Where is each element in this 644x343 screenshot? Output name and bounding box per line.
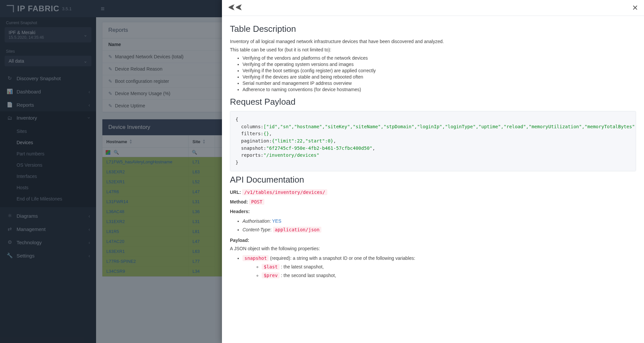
- nav-diagrams[interactable]: ⚛Diagrams: [0, 209, 96, 222]
- site-link[interactable]: L71: [192, 159, 200, 165]
- chevron-down-icon: ⌄: [83, 58, 87, 64]
- subnav-os[interactable]: OS Versions: [0, 159, 96, 171]
- cell-site: L63: [188, 167, 215, 177]
- hostname-link[interactable]: L34CSR9: [106, 269, 125, 274]
- edit-icon[interactable]: ✎: [108, 79, 112, 84]
- gauge-icon: 📊: [6, 88, 13, 94]
- chevron-down-icon: ⌄: [83, 32, 87, 37]
- hostname-link[interactable]: L52EXR1: [106, 179, 125, 185]
- snapshot-selector[interactable]: IPF & Meraki 15.5.2020, 14:35:46 ⌄: [5, 27, 91, 42]
- cell-site: L36: [188, 207, 215, 217]
- api-doc-panel: ⮜⮜ ✕ Table Description Inventory of all …: [222, 0, 644, 343]
- wrench-icon: 🔧: [6, 253, 13, 258]
- inventory-col-hostname[interactable]: Hostname▲▼: [102, 136, 188, 147]
- cell-hostname: L71FW5_hasAVeryLongHostname: [102, 157, 188, 167]
- cell-hostname: L63EXR1: [102, 247, 188, 257]
- list-item: Serial number and management IP address …: [242, 81, 636, 86]
- hostname-link[interactable]: L81R5: [106, 229, 119, 234]
- hostname-link[interactable]: L31EXR2: [106, 219, 125, 224]
- payload-props: snapshot (required): a string with a sna…: [230, 256, 636, 278]
- var-last: $last : the latest snapshot,: [262, 264, 636, 269]
- list-item: Verifying if the devices are stable and …: [242, 74, 636, 80]
- site-link[interactable]: L36: [192, 209, 200, 214]
- nav-inventory-sub: Sites Devices Part numbers OS Versions I…: [0, 124, 96, 207]
- site-link[interactable]: L47: [192, 239, 200, 244]
- nav-reports[interactable]: 📄Reports: [0, 98, 96, 111]
- site-link[interactable]: L52: [192, 179, 200, 185]
- hamburger-icon[interactable]: ≡: [101, 5, 105, 13]
- list-item: Verifying of the vendors and platforms o…: [242, 55, 636, 61]
- site-link[interactable]: L63: [192, 169, 200, 175]
- hostname-link[interactable]: L31FWR14: [106, 199, 128, 204]
- cell-site: L71: [188, 157, 215, 167]
- logo-mark-icon: [7, 5, 14, 12]
- cell-site: L52: [188, 177, 215, 187]
- panel-toolbar: ⮜⮜ ✕: [222, 0, 644, 16]
- subnav-sites[interactable]: Sites: [0, 126, 96, 137]
- nav: ↻Discovery Snapshot 📊Dashboard 📄Reports …: [0, 70, 96, 124]
- api-payload-label: Payload:: [230, 237, 636, 244]
- hostname-link[interactable]: L71FW5_hasAVeryLongHostname: [106, 159, 172, 165]
- cell-hostname: L77R6-SPINE2: [102, 257, 188, 266]
- edit-icon[interactable]: ✎: [108, 66, 112, 72]
- hostname-link[interactable]: L36AC48: [106, 209, 124, 214]
- cell-site: L47: [188, 187, 215, 197]
- heading-api-doc: API Documentation: [230, 175, 636, 185]
- nav2: ⚛Diagrams ⇄Management ⚙Technology 🔧Setti…: [0, 207, 96, 262]
- refresh-icon: ↻: [6, 75, 13, 81]
- site-link[interactable]: L77: [192, 259, 200, 264]
- site-link[interactable]: L47: [192, 189, 200, 195]
- collapse-icon[interactable]: ⮜⮜: [228, 4, 242, 12]
- site-link[interactable]: L63: [192, 249, 200, 254]
- subnav-eol[interactable]: End of Life Milestones: [0, 193, 96, 204]
- list-item: Adherence to naming conventions (for dev…: [242, 87, 636, 92]
- hostname-link[interactable]: L63EXR2: [106, 169, 125, 175]
- hostname-link[interactable]: L77R6-SPINE2: [106, 259, 136, 264]
- edit-icon[interactable]: ✎: [108, 103, 112, 108]
- search-icon[interactable]: 🔍: [114, 150, 119, 155]
- header-auth: Authorisation: YES: [242, 218, 636, 224]
- filter-site[interactable]: 🔍: [188, 148, 215, 157]
- cell-hostname: L63EXR2: [102, 167, 188, 177]
- hostname-link[interactable]: L47R6: [106, 189, 119, 195]
- hostname-link[interactable]: L47AC20: [106, 239, 124, 244]
- diagram-icon: ⚛: [6, 213, 13, 219]
- cell-site: L31: [188, 197, 215, 207]
- subnav-interfaces[interactable]: Interfaces: [0, 171, 96, 182]
- intent-filter-icon[interactable]: [106, 150, 110, 155]
- nav-management[interactable]: ⇄Management: [0, 222, 96, 236]
- heading-table-description: Table Description: [230, 24, 636, 34]
- site-link[interactable]: L34: [192, 269, 200, 274]
- cell-hostname: L31EXR2: [102, 217, 188, 227]
- api-headers-label: Headers:: [230, 208, 636, 215]
- nav-inventory[interactable]: 🗂Inventory: [0, 111, 96, 124]
- site-link[interactable]: L81: [192, 229, 200, 234]
- subnav-parts[interactable]: Part numbers: [0, 148, 96, 159]
- nav-dashboard[interactable]: 📊Dashboard: [0, 85, 96, 98]
- request-payload-code[interactable]: { columns:["id","sn","hostname","siteKey…: [230, 111, 636, 171]
- cogs-icon: ⚙: [6, 239, 13, 245]
- hostname-link[interactable]: L63EXR1: [106, 249, 125, 254]
- edit-icon[interactable]: ✎: [108, 54, 112, 59]
- cell-site: L31: [188, 217, 215, 227]
- api-url: URL: /v1/tables/inventory/devices/: [230, 189, 636, 196]
- snapshot-time: 15.5.2020, 14:35:46: [9, 35, 87, 40]
- site-link[interactable]: L31: [192, 199, 200, 204]
- filter-hostname[interactable]: 🔍: [102, 148, 188, 157]
- cell-hostname: L34CSR9: [102, 266, 188, 276]
- subnav-hosts[interactable]: Hosts: [0, 182, 96, 193]
- nav-technology[interactable]: ⚙Technology: [0, 236, 96, 249]
- nav-settings[interactable]: 🔧Settings: [0, 249, 96, 262]
- close-icon[interactable]: ✕: [632, 4, 638, 12]
- inventory-col-site[interactable]: Site▲▼: [188, 136, 215, 147]
- panel-body[interactable]: Table Description Inventory of all logic…: [222, 16, 644, 343]
- site-link[interactable]: L31: [192, 219, 200, 224]
- sites-selector[interactable]: All data ⌄: [5, 56, 91, 66]
- search-icon[interactable]: 🔍: [192, 150, 197, 155]
- nav-discovery[interactable]: ↻Discovery Snapshot: [0, 72, 96, 85]
- exchange-icon: ⇄: [6, 226, 13, 232]
- header-content-type: Content-Type: application/json: [242, 227, 636, 232]
- cell-site: L63: [188, 247, 215, 257]
- edit-icon[interactable]: ✎: [108, 91, 112, 96]
- subnav-devices[interactable]: Devices: [0, 137, 96, 148]
